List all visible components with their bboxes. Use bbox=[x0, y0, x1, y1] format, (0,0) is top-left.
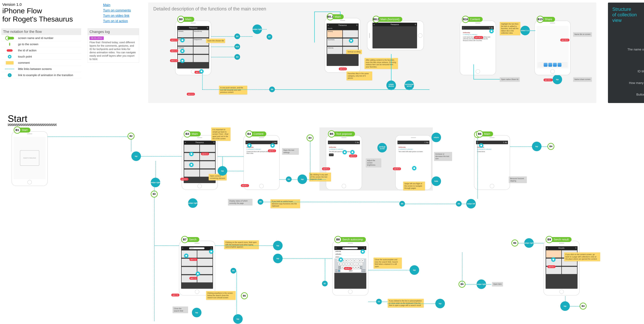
touchpoint[interactable] bbox=[180, 49, 184, 53]
link-comments[interactable]: Turn on comments bbox=[103, 8, 131, 13]
node-swipe[interactable]: swipe right bbox=[188, 198, 198, 208]
structure-header: Structure of collection view bbox=[608, 2, 644, 27]
share-option-icon[interactable] bbox=[558, 63, 562, 67]
node-b4[interactable]: B4 bbox=[234, 34, 240, 39]
node-tap[interactable]: tap bbox=[273, 254, 282, 263]
node-tap[interactable]: tap bbox=[298, 174, 307, 184]
node-tap[interactable]: tap bbox=[192, 308, 202, 317]
screen-b5: B5Text popover ‹⇪ Aa Uniformity a. unifo… bbox=[326, 135, 362, 190]
node-tap[interactable]: tap bbox=[532, 142, 542, 151]
home-button-icon[interactable] bbox=[560, 290, 564, 294]
home-button-icon[interactable] bbox=[550, 69, 555, 74]
touchpoint[interactable] bbox=[200, 69, 204, 74]
node-tap[interactable]: tap bbox=[435, 299, 445, 308]
share-sheet[interactable] bbox=[538, 62, 568, 68]
node-hide[interactable]: hide bbox=[432, 176, 441, 186]
node-swipe-right[interactable]: swipe right bbox=[252, 24, 262, 34]
node-tap[interactable]: tap bbox=[218, 166, 227, 176]
node-tap[interactable]: tap bbox=[273, 241, 282, 250]
goto-b4[interactable]: B4 bbox=[580, 302, 586, 310]
node-return[interactable]: return bbox=[432, 133, 441, 142]
touchpoint[interactable] bbox=[189, 163, 194, 167]
node-tap[interactable]: tap bbox=[552, 75, 562, 84]
node-scroll[interactable]: vertical scroll bbox=[378, 143, 387, 152]
home-button-icon[interactable] bbox=[198, 184, 202, 188]
goto-b4[interactable]: B4 bbox=[548, 143, 554, 150]
touchpoint[interactable] bbox=[180, 38, 184, 42]
touchpoint[interactable] bbox=[479, 144, 483, 148]
connector bbox=[466, 284, 476, 284]
node-b6[interactable]: B6 bbox=[230, 268, 236, 274]
version-label: Version 1.0 bbox=[2, 2, 73, 7]
node-tap[interactable]: tap bbox=[233, 314, 243, 324]
screen-body: ≡Thesaurus⚲ Quantity Similarity Dissimil… bbox=[327, 24, 358, 66]
home-button-icon[interactable] bbox=[28, 180, 32, 184]
home-button-icon[interactable] bbox=[259, 184, 264, 188]
touchpoint[interactable] bbox=[247, 144, 252, 148]
touchpoint[interactable] bbox=[349, 39, 353, 43]
home-button-icon[interactable] bbox=[476, 69, 480, 74]
touchpoint[interactable] bbox=[189, 152, 194, 156]
changes-body: Flow that I finished today, used differe… bbox=[88, 41, 139, 62]
node-swipe[interactable]: swipe right bbox=[524, 238, 534, 248]
detail-description-panel: Detailed description of the functions of… bbox=[148, 2, 596, 103]
link-id-action[interactable]: Turn on id action bbox=[103, 18, 131, 24]
touchpoint[interactable] bbox=[184, 254, 188, 258]
share-option-icon[interactable] bbox=[544, 63, 548, 67]
touchpoint[interactable] bbox=[350, 150, 354, 154]
share-option-icon[interactable] bbox=[553, 63, 557, 67]
touchpoint[interactable] bbox=[209, 250, 213, 254]
touchpoint[interactable] bbox=[361, 250, 365, 254]
node-swipe[interactable]: swipe right bbox=[151, 178, 160, 187]
connector bbox=[478, 138, 478, 198]
node-tap[interactable]: tap bbox=[410, 265, 419, 275]
node-b4b[interactable]: B4 bbox=[234, 54, 240, 60]
comment-note: Adjust the screen brightness bbox=[366, 158, 381, 167]
node-b7[interactable]: B7 bbox=[266, 34, 272, 40]
touchpoint[interactable] bbox=[412, 166, 416, 170]
screen-body: ‹⇪ Aa Uniformity a. uniformity of { unif… bbox=[328, 140, 360, 183]
home-button-icon[interactable] bbox=[490, 184, 494, 188]
node-hscroll[interactable]: horizontal scroll bbox=[404, 80, 414, 90]
touchpoint[interactable] bbox=[490, 29, 494, 33]
comment-note: Native share screen bbox=[573, 77, 592, 82]
node-swipe-left[interactable]: swipe left bbox=[466, 199, 476, 208]
node-b6[interactable]: B6 bbox=[269, 86, 275, 92]
home-button-icon[interactable] bbox=[348, 290, 352, 294]
node-b6[interactable]: B6 bbox=[456, 201, 462, 206]
goto-b4[interactable]: B4 bbox=[306, 134, 314, 142]
home-button-icon[interactable] bbox=[342, 184, 346, 188]
action-badge: act-1.2 bbox=[170, 50, 178, 52]
connector bbox=[388, 304, 435, 304]
link-main[interactable]: Main bbox=[103, 2, 131, 8]
screen-id-badge: B1 bbox=[14, 126, 21, 134]
node-tap[interactable]: tap bbox=[560, 301, 570, 311]
home-button-icon[interactable] bbox=[195, 290, 199, 294]
node-b10[interactable]: B10 bbox=[234, 44, 240, 50]
node-b6[interactable]: B6 bbox=[258, 199, 263, 204]
touchpoint[interactable] bbox=[339, 258, 343, 262]
touchpoint[interactable] bbox=[342, 150, 347, 154]
screen-b9: B9Serch result ≡Results⚲ bbox=[544, 241, 580, 296]
goto-b6[interactable]: B6 bbox=[511, 240, 518, 246]
link-video[interactable]: Turn on video link bbox=[103, 13, 131, 18]
home-button-icon[interactable] bbox=[418, 33, 422, 38]
touchpoint[interactable] bbox=[180, 59, 184, 63]
node-swipe[interactable]: swipe right bbox=[476, 280, 486, 289]
connector bbox=[211, 36, 234, 37]
share-option-icon[interactable] bbox=[548, 63, 552, 67]
goto-b6[interactable]: B6 bbox=[241, 292, 248, 299]
goto-b2[interactable]: B2 bbox=[128, 133, 134, 140]
node-b4[interactable]: B4 bbox=[286, 176, 292, 182]
node-tap[interactable]: tap bbox=[132, 152, 141, 161]
start-arrow-icon bbox=[8, 124, 57, 126]
search-input[interactable] bbox=[342, 248, 358, 249]
touchpoint[interactable] bbox=[270, 144, 274, 148]
node-b6[interactable]: B6 bbox=[399, 201, 405, 206]
node-rotate[interactable]: rotate device bbox=[386, 80, 396, 90]
search-input[interactable] bbox=[189, 248, 204, 249]
connector bbox=[154, 187, 154, 192]
touchpoint[interactable] bbox=[196, 272, 200, 276]
touchpoint[interactable] bbox=[551, 258, 556, 262]
screen-id-badge: B7 bbox=[181, 236, 188, 243]
